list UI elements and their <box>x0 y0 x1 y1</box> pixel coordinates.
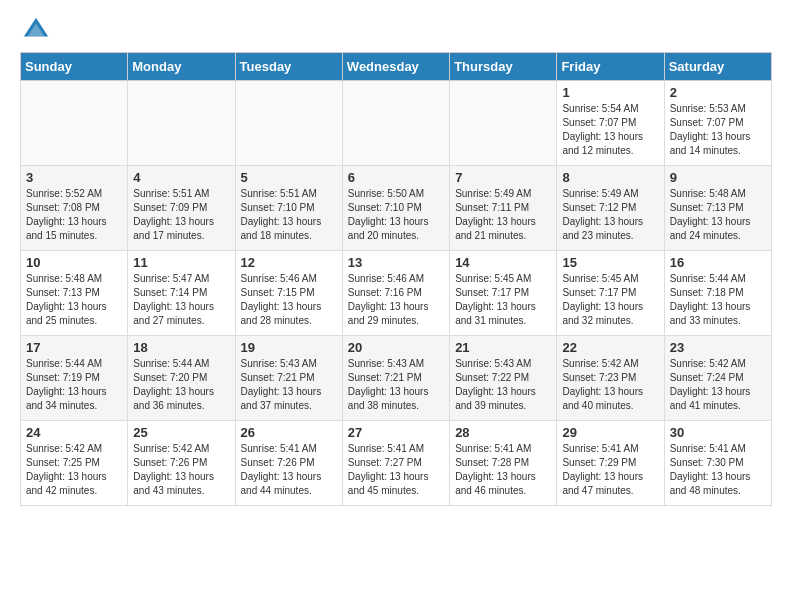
day-info: Sunrise: 5:52 AM Sunset: 7:08 PM Dayligh… <box>26 187 122 243</box>
day-info: Sunrise: 5:41 AM Sunset: 7:29 PM Dayligh… <box>562 442 658 498</box>
day-number: 30 <box>670 425 766 440</box>
day-info: Sunrise: 5:43 AM Sunset: 7:22 PM Dayligh… <box>455 357 551 413</box>
day-info: Sunrise: 5:41 AM Sunset: 7:26 PM Dayligh… <box>241 442 337 498</box>
day-cell-12: 12Sunrise: 5:46 AM Sunset: 7:15 PM Dayli… <box>235 251 342 336</box>
day-cell-4: 4Sunrise: 5:51 AM Sunset: 7:09 PM Daylig… <box>128 166 235 251</box>
day-cell-23: 23Sunrise: 5:42 AM Sunset: 7:24 PM Dayli… <box>664 336 771 421</box>
empty-cell <box>128 81 235 166</box>
day-number: 25 <box>133 425 229 440</box>
day-info: Sunrise: 5:50 AM Sunset: 7:10 PM Dayligh… <box>348 187 444 243</box>
day-info: Sunrise: 5:53 AM Sunset: 7:07 PM Dayligh… <box>670 102 766 158</box>
day-number: 5 <box>241 170 337 185</box>
col-header-monday: Monday <box>128 53 235 81</box>
day-number: 15 <box>562 255 658 270</box>
day-info: Sunrise: 5:51 AM Sunset: 7:10 PM Dayligh… <box>241 187 337 243</box>
day-cell-6: 6Sunrise: 5:50 AM Sunset: 7:10 PM Daylig… <box>342 166 449 251</box>
day-cell-3: 3Sunrise: 5:52 AM Sunset: 7:08 PM Daylig… <box>21 166 128 251</box>
day-info: Sunrise: 5:41 AM Sunset: 7:27 PM Dayligh… <box>348 442 444 498</box>
day-info: Sunrise: 5:42 AM Sunset: 7:26 PM Dayligh… <box>133 442 229 498</box>
week-row-3: 10Sunrise: 5:48 AM Sunset: 7:13 PM Dayli… <box>21 251 772 336</box>
day-info: Sunrise: 5:46 AM Sunset: 7:16 PM Dayligh… <box>348 272 444 328</box>
day-info: Sunrise: 5:44 AM Sunset: 7:19 PM Dayligh… <box>26 357 122 413</box>
week-row-2: 3Sunrise: 5:52 AM Sunset: 7:08 PM Daylig… <box>21 166 772 251</box>
day-info: Sunrise: 5:44 AM Sunset: 7:20 PM Dayligh… <box>133 357 229 413</box>
day-cell-25: 25Sunrise: 5:42 AM Sunset: 7:26 PM Dayli… <box>128 421 235 506</box>
day-number: 17 <box>26 340 122 355</box>
calendar: SundayMondayTuesdayWednesdayThursdayFrid… <box>20 52 772 506</box>
col-header-friday: Friday <box>557 53 664 81</box>
day-cell-20: 20Sunrise: 5:43 AM Sunset: 7:21 PM Dayli… <box>342 336 449 421</box>
day-number: 7 <box>455 170 551 185</box>
col-header-tuesday: Tuesday <box>235 53 342 81</box>
day-cell-11: 11Sunrise: 5:47 AM Sunset: 7:14 PM Dayli… <box>128 251 235 336</box>
day-cell-27: 27Sunrise: 5:41 AM Sunset: 7:27 PM Dayli… <box>342 421 449 506</box>
day-cell-18: 18Sunrise: 5:44 AM Sunset: 7:20 PM Dayli… <box>128 336 235 421</box>
col-header-saturday: Saturday <box>664 53 771 81</box>
day-number: 28 <box>455 425 551 440</box>
day-cell-8: 8Sunrise: 5:49 AM Sunset: 7:12 PM Daylig… <box>557 166 664 251</box>
logo <box>20 16 50 44</box>
day-cell-1: 1Sunrise: 5:54 AM Sunset: 7:07 PM Daylig… <box>557 81 664 166</box>
logo-icon <box>22 16 50 44</box>
day-number: 1 <box>562 85 658 100</box>
day-cell-14: 14Sunrise: 5:45 AM Sunset: 7:17 PM Dayli… <box>450 251 557 336</box>
day-number: 9 <box>670 170 766 185</box>
day-info: Sunrise: 5:41 AM Sunset: 7:28 PM Dayligh… <box>455 442 551 498</box>
day-info: Sunrise: 5:43 AM Sunset: 7:21 PM Dayligh… <box>348 357 444 413</box>
day-number: 8 <box>562 170 658 185</box>
day-number: 16 <box>670 255 766 270</box>
day-info: Sunrise: 5:46 AM Sunset: 7:15 PM Dayligh… <box>241 272 337 328</box>
day-info: Sunrise: 5:42 AM Sunset: 7:23 PM Dayligh… <box>562 357 658 413</box>
day-number: 24 <box>26 425 122 440</box>
day-number: 12 <box>241 255 337 270</box>
day-info: Sunrise: 5:48 AM Sunset: 7:13 PM Dayligh… <box>26 272 122 328</box>
day-cell-21: 21Sunrise: 5:43 AM Sunset: 7:22 PM Dayli… <box>450 336 557 421</box>
day-number: 10 <box>26 255 122 270</box>
day-info: Sunrise: 5:47 AM Sunset: 7:14 PM Dayligh… <box>133 272 229 328</box>
day-info: Sunrise: 5:45 AM Sunset: 7:17 PM Dayligh… <box>562 272 658 328</box>
week-row-5: 24Sunrise: 5:42 AM Sunset: 7:25 PM Dayli… <box>21 421 772 506</box>
day-cell-7: 7Sunrise: 5:49 AM Sunset: 7:11 PM Daylig… <box>450 166 557 251</box>
day-cell-13: 13Sunrise: 5:46 AM Sunset: 7:16 PM Dayli… <box>342 251 449 336</box>
day-info: Sunrise: 5:42 AM Sunset: 7:24 PM Dayligh… <box>670 357 766 413</box>
day-info: Sunrise: 5:51 AM Sunset: 7:09 PM Dayligh… <box>133 187 229 243</box>
day-cell-10: 10Sunrise: 5:48 AM Sunset: 7:13 PM Dayli… <box>21 251 128 336</box>
day-info: Sunrise: 5:42 AM Sunset: 7:25 PM Dayligh… <box>26 442 122 498</box>
col-header-thursday: Thursday <box>450 53 557 81</box>
day-number: 6 <box>348 170 444 185</box>
empty-cell <box>450 81 557 166</box>
day-number: 26 <box>241 425 337 440</box>
day-cell-24: 24Sunrise: 5:42 AM Sunset: 7:25 PM Dayli… <box>21 421 128 506</box>
day-cell-17: 17Sunrise: 5:44 AM Sunset: 7:19 PM Dayli… <box>21 336 128 421</box>
day-number: 23 <box>670 340 766 355</box>
empty-cell <box>342 81 449 166</box>
day-info: Sunrise: 5:49 AM Sunset: 7:12 PM Dayligh… <box>562 187 658 243</box>
col-header-wednesday: Wednesday <box>342 53 449 81</box>
day-info: Sunrise: 5:54 AM Sunset: 7:07 PM Dayligh… <box>562 102 658 158</box>
day-number: 3 <box>26 170 122 185</box>
day-number: 20 <box>348 340 444 355</box>
day-number: 19 <box>241 340 337 355</box>
day-info: Sunrise: 5:44 AM Sunset: 7:18 PM Dayligh… <box>670 272 766 328</box>
week-row-4: 17Sunrise: 5:44 AM Sunset: 7:19 PM Dayli… <box>21 336 772 421</box>
day-cell-19: 19Sunrise: 5:43 AM Sunset: 7:21 PM Dayli… <box>235 336 342 421</box>
day-number: 2 <box>670 85 766 100</box>
day-number: 22 <box>562 340 658 355</box>
day-cell-16: 16Sunrise: 5:44 AM Sunset: 7:18 PM Dayli… <box>664 251 771 336</box>
day-cell-5: 5Sunrise: 5:51 AM Sunset: 7:10 PM Daylig… <box>235 166 342 251</box>
day-cell-28: 28Sunrise: 5:41 AM Sunset: 7:28 PM Dayli… <box>450 421 557 506</box>
day-cell-30: 30Sunrise: 5:41 AM Sunset: 7:30 PM Dayli… <box>664 421 771 506</box>
day-number: 27 <box>348 425 444 440</box>
calendar-header-row: SundayMondayTuesdayWednesdayThursdayFrid… <box>21 53 772 81</box>
day-number: 18 <box>133 340 229 355</box>
day-info: Sunrise: 5:49 AM Sunset: 7:11 PM Dayligh… <box>455 187 551 243</box>
day-info: Sunrise: 5:41 AM Sunset: 7:30 PM Dayligh… <box>670 442 766 498</box>
empty-cell <box>21 81 128 166</box>
day-cell-22: 22Sunrise: 5:42 AM Sunset: 7:23 PM Dayli… <box>557 336 664 421</box>
day-cell-2: 2Sunrise: 5:53 AM Sunset: 7:07 PM Daylig… <box>664 81 771 166</box>
day-info: Sunrise: 5:48 AM Sunset: 7:13 PM Dayligh… <box>670 187 766 243</box>
day-cell-29: 29Sunrise: 5:41 AM Sunset: 7:29 PM Dayli… <box>557 421 664 506</box>
day-number: 4 <box>133 170 229 185</box>
empty-cell <box>235 81 342 166</box>
day-number: 21 <box>455 340 551 355</box>
